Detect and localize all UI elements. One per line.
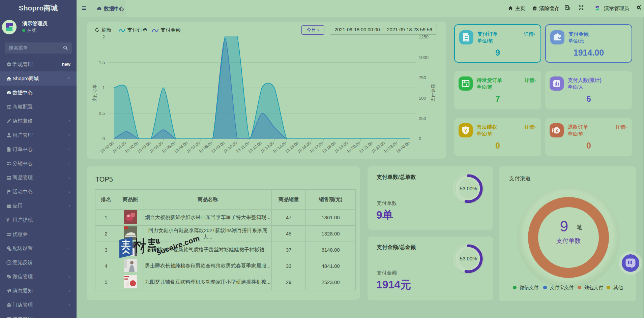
- svg-text:支付订单: 支付订单: [92, 84, 97, 102]
- svg-text:18 10:00: 18 10:00: [223, 140, 238, 154]
- svg-text:18 02:00: 18 02:00: [124, 140, 140, 154]
- svg-text:¥: ¥: [464, 128, 467, 133]
- svg-text:18 09:00: 18 09:00: [210, 140, 226, 154]
- svg-text:?: ?: [8, 261, 10, 264]
- svg-text:18 03:00: 18 03:00: [136, 140, 152, 154]
- svg-text:18 01:00: 18 01:00: [112, 140, 127, 154]
- svg-text:18 05:00: 18 05:00: [161, 140, 177, 154]
- svg-text:18 20:00: 18 20:00: [346, 140, 361, 154]
- svg-text:0.5: 0.5: [99, 111, 105, 116]
- svg-text:18 14:00: 18 14:00: [272, 140, 288, 154]
- svg-text:2: 2: [103, 34, 105, 39]
- svg-text:18 07:00: 18 07:00: [186, 140, 201, 154]
- svg-text:18 12:00: 18 12:00: [247, 140, 263, 154]
- svg-text:18 21:00: 18 21:00: [358, 140, 374, 154]
- svg-text:18 04:00: 18 04:00: [149, 140, 164, 154]
- svg-text:18 06:00: 18 06:00: [173, 140, 189, 154]
- svg-text:¥: ¥: [556, 128, 558, 133]
- svg-text:0: 0: [419, 136, 421, 141]
- svg-text:1000: 1000: [419, 55, 429, 60]
- svg-text:18 19:00: 18 19:00: [333, 140, 349, 154]
- svg-text:750: 750: [419, 75, 426, 80]
- svg-text:18 17:00: 18 17:00: [309, 140, 324, 154]
- svg-text:18 00:00: 18 00:00: [99, 140, 115, 154]
- svg-text:18 08:00: 18 08:00: [198, 140, 213, 154]
- svg-text:19 00:00: 19 00:00: [395, 140, 411, 154]
- svg-text:18 18:00: 18 18:00: [321, 140, 337, 154]
- svg-text:1.5: 1.5: [99, 60, 105, 65]
- svg-text:支付金额: 支付金额: [431, 84, 436, 102]
- svg-text:500: 500: [419, 96, 426, 101]
- svg-text:A: A: [566, 6, 568, 8]
- svg-text:250: 250: [419, 116, 426, 121]
- svg-text:18 13:00: 18 13:00: [260, 140, 275, 154]
- svg-text:1250: 1250: [419, 34, 429, 39]
- svg-text:18 15:00: 18 15:00: [284, 140, 300, 154]
- svg-text:1: 1: [103, 85, 105, 90]
- svg-text:18 23:00: 18 23:00: [383, 140, 399, 154]
- svg-text:53.00%: 53.00%: [460, 256, 477, 261]
- svg-text:笔: 笔: [577, 224, 582, 230]
- svg-text:支付单数: 支付单数: [556, 237, 581, 244]
- svg-text:18 16:00: 18 16:00: [297, 140, 312, 154]
- svg-text:9: 9: [560, 218, 568, 234]
- svg-text:0: 0: [103, 136, 105, 141]
- svg-text:18 22:00: 18 22:00: [371, 140, 386, 154]
- svg-text:53.00%: 53.00%: [460, 186, 477, 191]
